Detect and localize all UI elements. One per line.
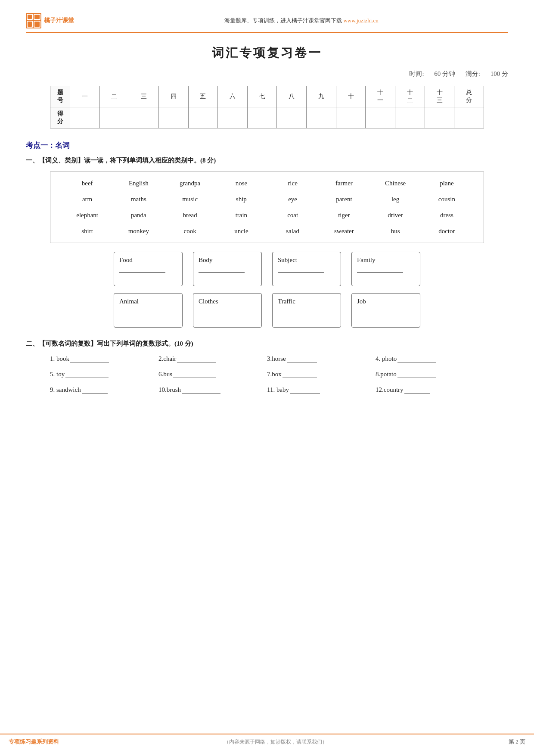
main-title: 词汇专项复习卷一 — [26, 45, 508, 61]
plural-num-8: 8.potato — [376, 371, 397, 378]
promo-text: 海量题库、专项训练，进入橘子汁课堂官网下载 — [224, 17, 342, 24]
category-body: Body — [193, 252, 262, 286]
plural-item-6: 6.bus — [158, 370, 267, 378]
plural-num-3: 3.horse — [267, 355, 286, 362]
score-table-score-label: 得分 — [50, 107, 70, 128]
cat-job-title: Job — [357, 298, 366, 305]
plural-blank-3[interactable] — [287, 355, 317, 362]
cat-job-line — [357, 314, 403, 314]
plural-blank-6[interactable] — [173, 370, 216, 378]
footer-center: （内容来源于网络，如涉版权，请联系我们） — [60, 738, 491, 746]
word-bread: bread — [166, 210, 214, 221]
word-uncle: uncle — [217, 226, 265, 237]
category-traffic: Traffic — [272, 293, 341, 328]
score-col-11: 十一 — [366, 86, 395, 107]
word-monkey: monkey — [115, 226, 162, 237]
plural-item-11: 11. baby — [267, 386, 376, 394]
plural-num-12: 12.country — [376, 386, 404, 394]
word-grid: beef English grandpa nose rice farmer Ch… — [63, 178, 471, 237]
plural-item-10: 10.brush — [158, 386, 267, 394]
word-grid-box: beef English grandpa nose rice farmer Ch… — [50, 172, 484, 243]
score-input-4[interactable] — [158, 107, 188, 128]
word-maths: maths — [115, 194, 162, 205]
cat-body-line — [199, 272, 245, 273]
word-panda: panda — [115, 210, 162, 221]
score-col-3: 三 — [129, 86, 159, 107]
cat-clothes-line — [199, 314, 245, 314]
plural-blank-8[interactable] — [397, 370, 436, 378]
plural-num-4: 4. photo — [376, 355, 397, 362]
svg-rect-7 — [28, 22, 32, 27]
word-arm: arm — [63, 194, 111, 205]
header-center: 海量题库、专项训练，进入橘子汁课堂官网下载 www.juzizhi.cn — [95, 17, 508, 25]
score-input-2[interactable] — [99, 107, 129, 128]
cat-food-title: Food — [119, 256, 133, 264]
plural-blank-2[interactable] — [177, 355, 216, 362]
cat-clothes-title: Clothes — [199, 298, 218, 305]
time-score: 时间: 60 分钟 满分: 100 分 — [26, 70, 508, 78]
score-input-10[interactable] — [336, 107, 366, 128]
category-row-2: Animal Clothes Traffic Job — [50, 293, 484, 328]
plural-num-10: 10.brush — [158, 386, 181, 394]
score-col-9: 九 — [307, 86, 336, 107]
page: 橘子汁课堂 海量题库、专项训练，进入橘子汁课堂官网下载 www.juzizhi.… — [0, 0, 534, 756]
score-col-6: 六 — [218, 86, 248, 107]
plural-blank-5[interactable] — [65, 370, 109, 378]
plural-blank-12[interactable] — [404, 386, 430, 394]
cat-food-line — [119, 272, 165, 273]
score-col-12: 十二 — [395, 86, 425, 107]
plural-blank-1[interactable] — [70, 355, 109, 362]
plural-blank-9[interactable] — [82, 386, 108, 394]
plural-num-11: 11. baby — [267, 386, 289, 394]
score-input-8[interactable] — [277, 107, 307, 128]
category-job: Job — [351, 293, 420, 328]
svg-rect-8 — [34, 22, 40, 27]
cat-traffic-line — [278, 314, 324, 314]
plural-num-1: 1. book — [50, 355, 69, 362]
word-music: music — [166, 194, 214, 205]
score-input-11[interactable] — [366, 107, 395, 128]
logo-text: 橘子汁课堂 — [44, 17, 74, 25]
score-input-12[interactable] — [395, 107, 425, 128]
svg-rect-6 — [34, 15, 40, 19]
word-shirt: shirt — [63, 226, 111, 237]
score-col-10: 十 — [336, 86, 366, 107]
plural-blank-10[interactable] — [182, 386, 220, 394]
word-elephant: elephant — [63, 210, 111, 221]
score-value: 100 分 — [491, 70, 508, 77]
word-beef: beef — [63, 178, 111, 189]
word-parent: parent — [320, 194, 368, 205]
time-label: 时间: — [409, 70, 424, 77]
word-english: English — [115, 178, 162, 189]
score-input-3[interactable] — [129, 107, 159, 128]
cat-subject-title: Subject — [278, 256, 297, 264]
score-input-6[interactable] — [218, 107, 248, 128]
plural-num-2: 2.chair — [158, 355, 176, 362]
plural-num-6: 6.bus — [158, 371, 172, 378]
score-input-7[interactable] — [247, 107, 277, 128]
plural-blank-11[interactable] — [290, 386, 320, 394]
score-input-9[interactable] — [307, 107, 336, 128]
score-input-5[interactable] — [188, 107, 218, 128]
word-driver: driver — [372, 210, 419, 221]
word-cook: cook — [166, 226, 214, 237]
plural-row-3: 9. sandwich 10.brush 11. baby 12.country — [50, 386, 484, 394]
score-input-1[interactable] — [70, 107, 100, 128]
footer-right: 第 2 页 — [491, 738, 525, 746]
score-col-2: 二 — [99, 86, 129, 107]
word-bus: bus — [372, 226, 419, 237]
q2-title: 二、【可数名词的复数】写出下列单词的复数形式。(10 分) — [26, 340, 508, 348]
cat-body-title: Body — [199, 256, 213, 264]
score-input-13[interactable] — [425, 107, 454, 128]
score-col-5: 五 — [188, 86, 218, 107]
score-col-4: 四 — [158, 86, 188, 107]
q1-title: 一、【词义、类别】读一读，将下列单词填入相应的类别中。(8 分) — [26, 156, 508, 165]
word-eye: eye — [269, 194, 317, 205]
plural-blank-4[interactable] — [397, 355, 436, 362]
plural-blank-7[interactable] — [283, 370, 317, 378]
logo-box: 橘子汁课堂 — [26, 13, 95, 28]
plural-item-3: 3.horse — [267, 355, 376, 362]
section1-title: 考点一：名词 — [26, 141, 508, 150]
website-link[interactable]: www.juzizhi.cn — [343, 17, 378, 24]
score-input-total[interactable] — [454, 107, 484, 128]
